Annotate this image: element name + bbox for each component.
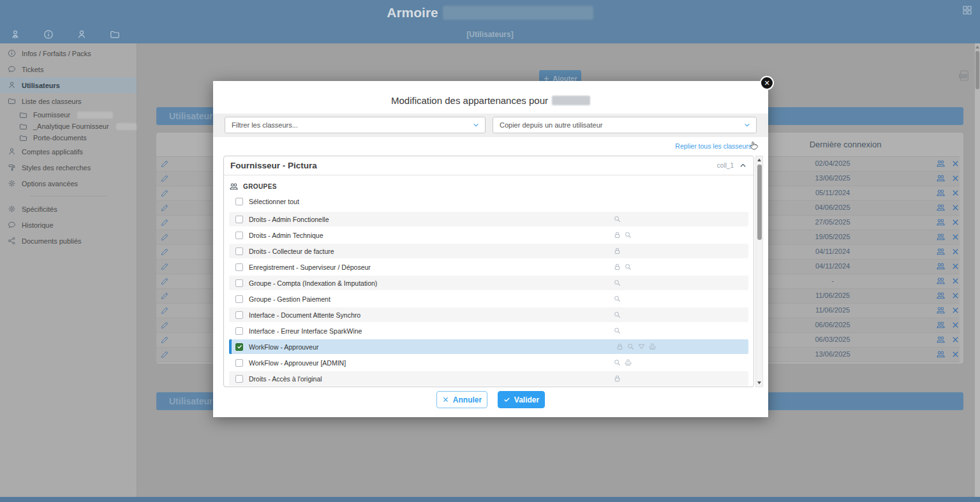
group-checkbox[interactable]	[235, 359, 243, 367]
group-row-groupe-compta-indexation-imputation[interactable]: Groupe - Compta (Indexation & Imputation…	[229, 276, 748, 290]
delete-icon[interactable]	[951, 277, 960, 285]
sidebar-item-comptes-applicatifs[interactable]: Comptes applicatifs	[0, 144, 137, 159]
scroll-up-icon[interactable]	[975, 45, 980, 50]
group-checkbox[interactable]	[235, 279, 243, 287]
chevron-up-icon[interactable]	[739, 161, 747, 170]
sidebar-item-infos-forfaits-packs[interactable]: Infos / Forfaits / Packs	[0, 45, 137, 61]
group-row-interface-erreur-interface-sparkwine[interactable]: Interface - Erreur Interface SparkWine	[229, 323, 748, 338]
edit-icon[interactable]	[161, 277, 169, 285]
classeur-panel-header[interactable]: Fournisseur - Pictura coll_1	[224, 156, 754, 175]
user-groups-icon[interactable]	[936, 335, 946, 344]
sidebar-item-styles-des-recherches[interactable]: Styles des recherches	[0, 159, 137, 175]
group-row-groupe-gestion-paiement[interactable]: Groupe - Gestion Paiement	[229, 292, 748, 306]
select-all-checkbox[interactable]	[235, 198, 243, 205]
apps-grid-icon[interactable]	[962, 5, 972, 15]
group-checkbox[interactable]	[235, 327, 243, 335]
edit-icon[interactable]	[161, 189, 169, 197]
csv-export-icon[interactable]: CSV	[958, 70, 970, 81]
user-icon[interactable]	[77, 29, 87, 40]
scroll-up-icon[interactable]	[757, 158, 762, 163]
group-row-enregistrement-superviseur-d-poseur[interactable]: Enregistrement - Superviseur / Déposeur	[229, 260, 748, 274]
delete-icon[interactable]	[951, 218, 960, 226]
group-checkbox[interactable]	[235, 343, 243, 351]
edit-icon[interactable]	[161, 159, 169, 168]
delete-icon[interactable]	[951, 292, 960, 300]
edit-icon[interactable]	[161, 336, 169, 344]
page-scrollbar[interactable]	[975, 43, 980, 497]
user-groups-icon[interactable]	[936, 276, 946, 286]
group-row-workflow-approuveur-admin[interactable]: WorkFlow - Approuveur [ADMIN]	[229, 355, 748, 370]
folder-icon[interactable]	[110, 29, 120, 40]
group-checkbox[interactable]	[235, 232, 243, 239]
user-groups-icon[interactable]	[936, 159, 946, 168]
cancel-button[interactable]: Annuler	[436, 391, 487, 408]
user-groups-icon[interactable]	[936, 232, 946, 242]
group-row-interface-document-attente-synchro[interactable]: Interface - Document Attente Synchro	[229, 307, 748, 322]
user-groups-icon[interactable]	[936, 350, 946, 359]
sidebar-item-analytique-fournisseur[interactable]: _Analytique Fournisseur	[0, 121, 137, 132]
user-groups-icon[interactable]	[936, 306, 946, 315]
modal-scroll-thumb[interactable]	[757, 165, 762, 240]
user-lock-icon[interactable]	[10, 29, 20, 40]
user-groups-icon[interactable]	[936, 188, 946, 198]
group-checkbox[interactable]	[235, 263, 243, 271]
sidebar-item-fournisseur[interactable]: Fournisseur	[0, 109, 137, 121]
group-row-droits-admin-technique[interactable]: Droits - Admin Technique	[229, 228, 748, 242]
delete-icon[interactable]	[951, 189, 960, 197]
filter-classeurs-select[interactable]: Filtrer les classeurs...	[225, 117, 486, 133]
sidebar-item-porte-documents[interactable]: Porte-documents	[0, 132, 137, 144]
group-checkbox[interactable]	[235, 295, 243, 303]
edit-icon[interactable]	[161, 203, 169, 212]
edit-icon[interactable]	[161, 350, 169, 358]
delete-icon[interactable]	[951, 174, 960, 182]
group-checkbox[interactable]	[235, 375, 243, 383]
delete-icon[interactable]	[951, 233, 960, 241]
edit-icon[interactable]	[161, 218, 169, 226]
group-checkbox[interactable]	[235, 311, 243, 319]
delete-icon[interactable]	[951, 350, 960, 358]
delete-icon[interactable]	[951, 247, 960, 256]
modal-list-scrollbar[interactable]	[755, 156, 763, 387]
group-checkbox[interactable]	[235, 216, 243, 223]
edit-icon[interactable]	[161, 292, 169, 300]
sidebar-item-liste-des-classeurs[interactable]: Liste des classeurs	[0, 93, 137, 109]
sidebar-item-historique[interactable]: Historique	[0, 217, 137, 233]
user-groups-icon[interactable]	[936, 247, 946, 256]
edit-icon[interactable]	[161, 174, 169, 182]
group-row-droits-collecteur-de-facture[interactable]: Droits - Collecteur de facture	[229, 244, 748, 258]
user-groups-icon[interactable]	[936, 262, 946, 271]
user-groups-icon[interactable]	[936, 320, 946, 330]
delete-icon[interactable]	[951, 159, 960, 168]
delete-icon[interactable]	[951, 262, 960, 270]
edit-icon[interactable]	[161, 262, 169, 270]
delete-icon[interactable]	[951, 321, 960, 329]
group-row-droits-admin-fonctionelle[interactable]: Droits - Admin Fonctionelle	[229, 212, 748, 226]
group-checkbox[interactable]	[235, 247, 243, 255]
copy-from-user-select[interactable]: Copier depuis un autre utilisateur	[493, 117, 757, 133]
sidebar-item-documents-publi-s[interactable]: Documents publiés	[0, 233, 137, 249]
confirm-button[interactable]: Valider	[498, 391, 545, 408]
group-row-droits-acc-s-l-original[interactable]: Droits - Accès à l'original	[229, 371, 748, 386]
edit-icon[interactable]	[161, 321, 169, 329]
edit-icon[interactable]	[161, 306, 169, 314]
delete-icon[interactable]	[951, 336, 960, 344]
user-groups-icon[interactable]	[936, 291, 946, 300]
edit-icon[interactable]	[161, 247, 169, 256]
scroll-down-icon[interactable]	[757, 380, 762, 385]
sidebar-item-utilisateurs[interactable]: Utilisateurs	[0, 77, 137, 93]
sidebar-item-options-avanc-es[interactable]: Options avancées	[0, 175, 137, 191]
user-groups-icon[interactable]	[936, 218, 946, 227]
collapse-all-link[interactable]: Replier tous les classeurs	[675, 142, 752, 150]
page-scroll-thumb[interactable]	[976, 51, 979, 89]
delete-icon[interactable]	[951, 203, 960, 212]
sidebar-item-sp-cificit-s[interactable]: Spécificités	[0, 201, 137, 217]
select-all-row[interactable]: Sélectionner tout	[229, 195, 748, 209]
group-row-workflow-approuveur[interactable]: WorkFlow - Approuveur	[229, 339, 748, 354]
close-icon[interactable]: ✕	[760, 76, 774, 90]
info-icon[interactable]	[43, 29, 54, 40]
delete-icon[interactable]	[951, 306, 960, 314]
user-groups-icon[interactable]	[936, 203, 946, 212]
user-groups-icon[interactable]	[936, 173, 946, 183]
edit-icon[interactable]	[161, 233, 169, 241]
sidebar-item-tickets[interactable]: Tickets	[0, 61, 137, 77]
